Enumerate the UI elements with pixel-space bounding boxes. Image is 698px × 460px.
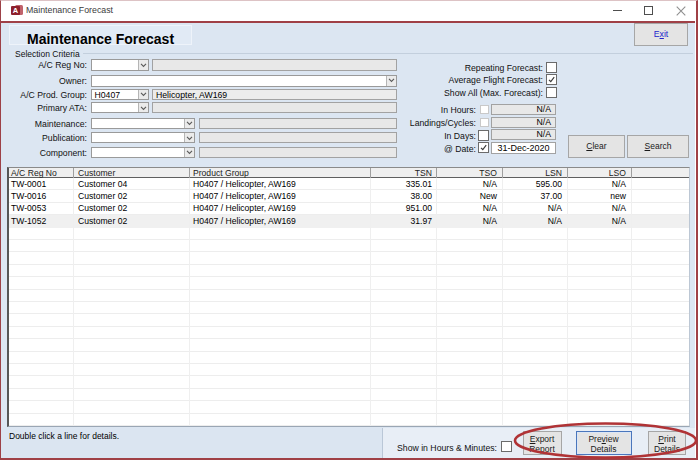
svg-text:A: A	[13, 6, 19, 15]
